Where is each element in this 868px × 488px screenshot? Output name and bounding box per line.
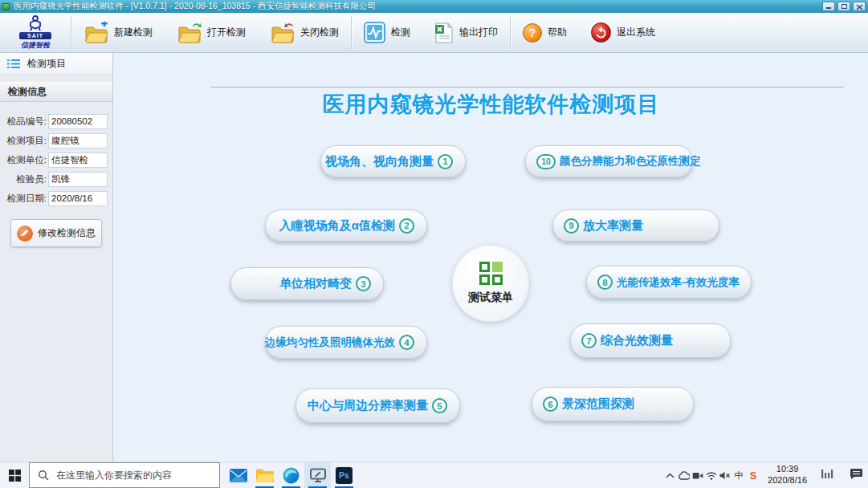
test-button-5-resolution[interactable]: 中心与周边分辨率测量 5 [295,388,460,423]
button-number-circle: 9 [564,218,579,234]
test-button-4-edge-uniformity[interactable]: 边缘均匀性及照明镜体光效 4 [265,326,427,359]
minimize-icon [826,7,831,9]
test-button-9-magnification[interactable]: 9 放大率测量 [552,209,719,242]
main-content: 医用内窥镜光学性能软件检测项目 视场角、视向角测量 1 入瞳视场角及α值检测 2… [114,53,868,462]
taskbar-search[interactable] [29,462,220,488]
sidebar-header-inspection-items[interactable]: 检测项目 [0,53,112,75]
notification-center-icon[interactable] [850,468,863,483]
active-app-button[interactable] [304,462,331,488]
tool-label: 关闭检测 [300,26,339,39]
windows-logo-icon [9,470,21,482]
button-label: 光能传递效率-有效光度率 [617,275,740,290]
edit-inspection-info-button[interactable]: 修改检测信息 [10,219,102,247]
output-print-button[interactable]: 输出打印 [422,13,510,52]
grid-menu-icon [479,262,503,285]
test-menu-center-button[interactable]: 测试菜单 [452,245,529,322]
tool-label: 输出打印 [459,26,498,39]
mail-app-button[interactable] [225,462,251,488]
page-title: 医用内窥镜光学性能软件检测项目 [114,90,868,119]
button-number-circle: 8 [597,274,613,290]
test-button-10-color-resolution[interactable]: 10 颜色分辨能力和色还原性测定 [525,145,693,177]
window-controls [822,2,866,11]
test-button-6-depth-of-field[interactable]: 6 景深范围探测 [532,387,694,421]
inspection-item-row: 检测项目: [0,132,112,148]
new-inspection-button[interactable]: 新建检测 [71,13,165,52]
close-button[interactable] [853,2,866,11]
main-toolbar: SAIT 信捷智检 新建检测 打开检测 关闭检测 [0,13,868,53]
open-inspection-button[interactable]: 打开检测 [165,13,258,52]
camera-device-icon[interactable] [691,471,704,480]
tool-label: 检测 [391,26,410,39]
inspection-info-fields: 检品编号: 检测项目: 检测单位: 检验员: 检测日期: [0,113,112,206]
button-label: 单位相对畸变 [279,276,352,291]
ime-language-indicator[interactable]: 中 [731,470,746,482]
logo-caption: 信捷智检 [21,40,50,51]
test-button-2-entrance-pupil[interactable]: 入瞳视场角及α值检测 2 [265,209,427,242]
wifi-icon[interactable] [704,471,718,480]
test-button-1-field-of-view[interactable]: 视场角、视向角测量 1 [320,145,466,177]
help-question-icon: ? [523,23,542,43]
clock-date: 2020/8/16 [768,475,807,486]
meter-indicator-icon[interactable] [821,468,835,482]
file-explorer-icon [255,468,274,483]
close-inspection-button[interactable]: 关闭检测 [258,13,351,52]
inspection-unit-row: 检测单位: [0,152,112,168]
field-label: 检测日期: [0,193,48,205]
button-number-circle: 5 [432,398,447,413]
company-logo: SAIT 信捷智检 [0,15,71,51]
sample-number-input[interactable] [48,114,108,129]
inspector-input[interactable] [48,172,108,187]
maximize-button[interactable] [837,2,850,11]
test-button-3-relative-distortion[interactable]: 单位相对畸变 3 [230,267,384,300]
sample-number-row: 检品编号: [0,113,112,129]
open-folder-icon [177,22,202,44]
help-button[interactable]: ? 帮助 [511,13,579,52]
volume-muted-icon[interactable] [718,471,731,480]
field-label: 检测单位: [0,154,48,166]
button-label: 放大率测量 [583,218,643,234]
tray-expand-chevron[interactable] [663,473,677,478]
field-label: 检测项目: [0,135,48,147]
field-label: 检验员: [0,173,48,185]
maximize-icon [842,4,847,9]
button-label: 景深范围探测 [562,396,634,412]
sidebar: 检测项目 检测信息 检品编号: 检测项目: 检测单位: 检验员: 检测日期: [0,53,113,462]
edit-pencil-icon [17,226,33,242]
button-label: 视场角、视向角测量 [325,154,434,169]
run-inspection-button[interactable]: 检测 [352,13,422,52]
start-button[interactable] [0,462,29,488]
edge-browser-button[interactable] [278,462,304,488]
exit-system-button[interactable]: 退出系统 [579,13,667,52]
button-number-circle: 1 [438,154,453,169]
tool-label: 新建检测 [114,26,153,39]
button-label: 中心与周边分辨率测量 [308,398,428,413]
close-icon [856,4,863,10]
test-button-8-light-transfer-efficiency[interactable]: 8 光能传递效率-有效光度率 [586,266,752,299]
screen-app-icon [310,468,326,482]
tool-label: 帮助 [548,26,567,39]
taskbar-clock[interactable]: 10:39 2020/8/16 [760,464,814,486]
test-button-7-comprehensive-light-efficiency[interactable]: 7 综合光效测量 [570,323,731,358]
button-number-circle: 2 [399,218,414,234]
center-menu-label: 测试菜单 [468,291,513,305]
inspection-item-input[interactable] [48,133,108,148]
close-folder-icon [270,22,295,44]
minimize-button[interactable] [822,2,835,11]
button-label: 边缘均匀性及照明镜体光效 [265,336,395,350]
clock-time: 10:39 [768,464,807,475]
photoshop-button[interactable]: Ps [331,462,357,488]
sidebar-header-label: 检测项目 [27,57,66,71]
search-input[interactable] [56,470,211,481]
inspection-date-row: 检测日期: [0,190,112,206]
field-label: 检品编号: [0,116,48,128]
inspection-date-input[interactable] [48,191,108,206]
edge-icon [283,467,300,484]
button-label: 入瞳视场角及α值检测 [279,218,395,234]
new-folder-icon [84,22,108,44]
photoshop-icon: Ps [336,467,352,484]
sogou-input-icon[interactable]: S [746,470,760,482]
inspection-unit-input[interactable] [48,152,108,168]
file-explorer-button[interactable] [251,462,278,488]
onedrive-cloud-icon[interactable] [677,471,691,480]
button-label: 颜色分辨能力和色还原性测定 [560,154,701,169]
